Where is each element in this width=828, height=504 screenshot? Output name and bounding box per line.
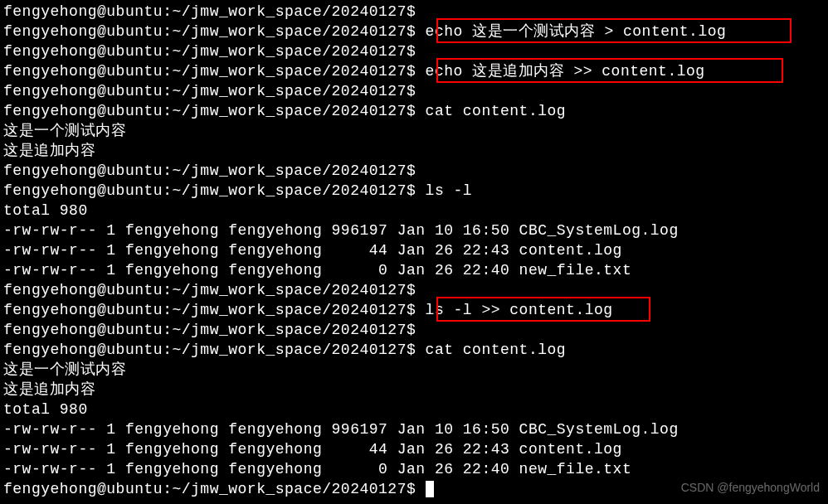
terminal-line: fengyehong@ubuntu:~/jmw_work_space/20240…: [3, 101, 825, 121]
output-text: 这是追加内容: [3, 381, 95, 398]
output-text: 这是一个测试内容: [3, 361, 126, 378]
cursor-icon: [426, 481, 434, 497]
terminal-line: total 980: [3, 201, 825, 220]
terminal-line: 这是追加内容: [3, 141, 825, 161]
terminal-line: total 980: [3, 400, 825, 419]
prompt-text: fengyehong@ubuntu:~/jmw_work_space/20240…: [3, 103, 416, 119]
terminal-line: -rw-rw-r-- 1 fengyehong fengyehong 44 Ja…: [3, 240, 825, 260]
output-text: total 980: [3, 202, 88, 219]
output-text: -rw-rw-r-- 1 fengyehong fengyehong 99619…: [3, 222, 679, 239]
prompt-text: fengyehong@ubuntu:~/jmw_work_space/20240…: [3, 63, 416, 80]
terminal-line: fengyehong@ubuntu:~/jmw_work_space/20240…: [3, 181, 825, 201]
terminal-line: 这是追加内容: [3, 380, 825, 400]
command-text: echo 这是追加内容 >> content.log: [416, 63, 704, 80]
command-text: ls -l: [416, 182, 472, 199]
terminal-line: fengyehong@ubuntu:~/jmw_work_space/20240…: [3, 300, 825, 320]
terminal-line: fengyehong@ubuntu:~/jmw_work_space/20240…: [3, 280, 825, 300]
prompt-text: fengyehong@ubuntu:~/jmw_work_space/20240…: [3, 162, 416, 179]
terminal-line: 这是一个测试内容: [3, 121, 825, 141]
terminal-line: fengyehong@ubuntu:~/jmw_work_space/20240…: [3, 320, 825, 340]
prompt-text: fengyehong@ubuntu:~/jmw_work_space/20240…: [3, 322, 416, 338]
terminal-line: fengyehong@ubuntu:~/jmw_work_space/20240…: [3, 61, 825, 81]
prompt-text: fengyehong@ubuntu:~/jmw_work_space/20240…: [3, 43, 416, 60]
command-text: cat content.log: [416, 342, 566, 358]
output-text: 这是追加内容: [3, 143, 95, 159]
prompt-text: fengyehong@ubuntu:~/jmw_work_space/20240…: [3, 282, 416, 298]
prompt-text: fengyehong@ubuntu:~/jmw_work_space/20240…: [3, 481, 416, 497]
terminal-line: fengyehong@ubuntu:~/jmw_work_space/20240…: [3, 41, 825, 61]
terminal-line: fengyehong@ubuntu:~/jmw_work_space/20240…: [3, 81, 825, 101]
output-text: total 980: [3, 401, 88, 418]
terminal-line: fengyehong@ubuntu:~/jmw_work_space/20240…: [3, 22, 825, 41]
output-text: 这是一个测试内容: [3, 123, 126, 139]
terminal-output[interactable]: fengyehong@ubuntu:~/jmw_work_space/20240…: [3, 2, 825, 499]
terminal-line: fengyehong@ubuntu:~/jmw_work_space/20240…: [3, 161, 825, 181]
terminal-line: -rw-rw-r-- 1 fengyehong fengyehong 99619…: [3, 419, 825, 439]
command-text: cat content.log: [416, 103, 566, 119]
prompt-text: fengyehong@ubuntu:~/jmw_work_space/20240…: [3, 302, 416, 318]
terminal-line: -rw-rw-r-- 1 fengyehong fengyehong 0 Jan…: [3, 459, 825, 479]
command-text: ls -l >> content.log: [416, 302, 612, 318]
command-text: echo 这是一个测试内容 > content.log: [416, 23, 726, 40]
terminal-line: fengyehong@ubuntu:~/jmw_work_space/20240…: [3, 2, 825, 22]
watermark: CSDN @fengyehongWorld: [681, 477, 820, 497]
output-text: -rw-rw-r-- 1 fengyehong fengyehong 0 Jan…: [3, 461, 631, 477]
prompt-text: fengyehong@ubuntu:~/jmw_work_space/20240…: [3, 3, 416, 20]
output-text: -rw-rw-r-- 1 fengyehong fengyehong 0 Jan…: [3, 262, 631, 279]
terminal-line: -rw-rw-r-- 1 fengyehong fengyehong 99619…: [3, 220, 825, 240]
output-text: -rw-rw-r-- 1 fengyehong fengyehong 44 Ja…: [3, 441, 622, 458]
output-text: -rw-rw-r-- 1 fengyehong fengyehong 99619…: [3, 421, 679, 438]
output-text: -rw-rw-r-- 1 fengyehong fengyehong 44 Ja…: [3, 242, 622, 259]
terminal-line: 这是一个测试内容: [3, 360, 825, 380]
prompt-text: fengyehong@ubuntu:~/jmw_work_space/20240…: [3, 83, 416, 99]
prompt-text: fengyehong@ubuntu:~/jmw_work_space/20240…: [3, 182, 416, 199]
terminal-line: -rw-rw-r-- 1 fengyehong fengyehong 0 Jan…: [3, 260, 825, 280]
prompt-text: fengyehong@ubuntu:~/jmw_work_space/20240…: [3, 23, 416, 40]
terminal-line: fengyehong@ubuntu:~/jmw_work_space/20240…: [3, 340, 825, 360]
terminal-line: -rw-rw-r-- 1 fengyehong fengyehong 44 Ja…: [3, 439, 825, 459]
prompt-text: fengyehong@ubuntu:~/jmw_work_space/20240…: [3, 342, 416, 358]
